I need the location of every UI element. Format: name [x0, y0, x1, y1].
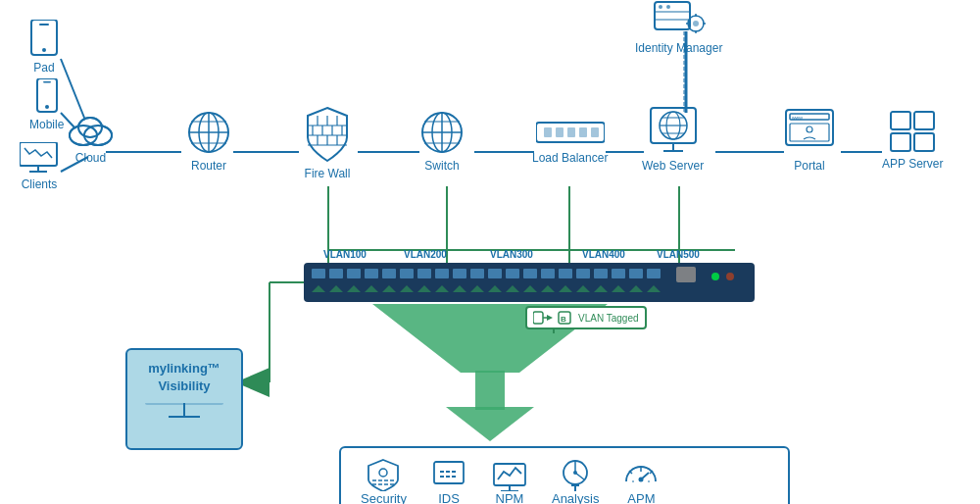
vlan500-label: VLAN500 — [657, 249, 700, 260]
svg-point-142 — [659, 5, 662, 9]
svg-rect-22 — [312, 269, 325, 278]
svg-rect-33 — [506, 269, 519, 278]
svg-rect-135 — [891, 112, 910, 129]
svg-point-180 — [573, 471, 577, 475]
svg-point-43 — [711, 273, 719, 280]
svg-rect-121 — [591, 127, 599, 137]
svg-rect-42 — [676, 267, 696, 282]
npm-tool: NPM — [491, 458, 528, 504]
svg-rect-40 — [629, 269, 643, 278]
svg-point-77 — [45, 105, 49, 109]
svg-point-74 — [42, 48, 46, 52]
svg-point-134 — [807, 126, 812, 132]
analysis-tool: Analysis — [552, 458, 599, 504]
svg-rect-119 — [567, 127, 575, 137]
vlan100-label: VLAN100 — [323, 249, 367, 260]
svg-rect-32 — [488, 269, 502, 278]
svg-point-188 — [639, 478, 644, 482]
vlan-tagged-box: B VLAN Tagged — [525, 306, 647, 329]
clients-device: Clients — [20, 142, 59, 191]
svg-rect-37 — [576, 269, 590, 278]
pad-device: Pad — [29, 20, 59, 75]
apm-tool: APM — [622, 458, 660, 504]
vlan400-label: VLAN400 — [582, 249, 625, 260]
svg-rect-38 — [594, 269, 608, 278]
svg-rect-120 — [579, 127, 587, 137]
appserver-device: APP Server — [882, 110, 943, 171]
svg-rect-24 — [347, 269, 361, 278]
tools-box: Security IDS NPM — [339, 446, 790, 504]
svg-rect-39 — [612, 269, 625, 278]
svg-rect-137 — [891, 133, 910, 151]
svg-point-44 — [726, 273, 734, 280]
svg-point-145 — [693, 21, 699, 26]
svg-rect-30 — [453, 269, 466, 278]
svg-rect-31 — [470, 269, 484, 278]
svg-rect-157 — [145, 403, 223, 405]
svg-text:B: B — [561, 315, 566, 324]
cloud-device: Cloud — [64, 108, 118, 165]
svg-rect-138 — [914, 133, 934, 151]
svg-point-158 — [379, 469, 387, 477]
network-diagram: Pad Mobile Clients — [0, 0, 980, 504]
ids-tool: IDS — [430, 458, 467, 504]
svg-text:www: www — [792, 115, 803, 121]
svg-rect-66 — [475, 371, 505, 410]
svg-rect-41 — [647, 269, 661, 278]
loadbalancer-device: Load Balancer — [532, 118, 608, 165]
identity-manager-device: Identity Manager — [635, 0, 722, 55]
svg-rect-26 — [382, 269, 396, 278]
svg-rect-118 — [556, 127, 564, 137]
firewall-device: Fire Wall — [302, 106, 353, 180]
svg-rect-78 — [43, 81, 51, 83]
router-device: Router — [186, 110, 231, 173]
svg-rect-34 — [523, 269, 537, 278]
svg-rect-35 — [541, 269, 555, 278]
svg-rect-150 — [533, 312, 543, 324]
security-tool: Security — [361, 458, 407, 504]
svg-rect-27 — [400, 269, 414, 278]
vlan200-label: VLAN200 — [404, 249, 447, 260]
portal-device: www Portal — [784, 108, 835, 173]
svg-marker-152 — [547, 315, 553, 321]
svg-point-143 — [666, 5, 670, 9]
switch-device: Switch — [419, 110, 465, 173]
svg-rect-29 — [435, 269, 449, 278]
svg-rect-136 — [914, 112, 934, 129]
svg-rect-75 — [39, 24, 49, 25]
svg-rect-23 — [329, 269, 343, 278]
mylinking-visibility-box: mylinking™ Visibility — [125, 348, 243, 450]
svg-marker-67 — [446, 407, 534, 441]
svg-rect-117 — [544, 127, 552, 137]
svg-rect-25 — [365, 269, 378, 278]
webserver-device: Web Server — [642, 106, 704, 173]
mobile-device: Mobile — [29, 78, 64, 131]
svg-rect-28 — [417, 269, 431, 278]
mylinking-label: mylinking™ Visibility — [148, 361, 220, 393]
vlan300-label: VLAN300 — [490, 249, 533, 260]
svg-rect-36 — [559, 269, 572, 278]
